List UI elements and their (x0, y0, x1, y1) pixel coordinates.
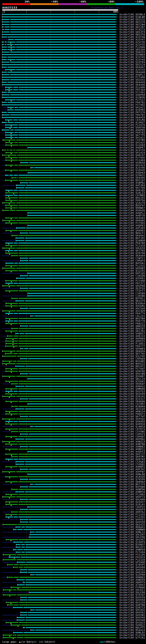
hit-label[interactable]: UniRef100_Q9ZP08 (120, 285, 145, 287)
alignment-bar[interactable] (21, 600, 116, 600)
hit-label[interactable]: UniRef100_A9NPD6 (120, 488, 145, 491)
hit-row[interactable]: ▷UniRef100_Q6T705 (0, 352, 146, 355)
alignment-bar[interactable] (20, 479, 116, 480)
hit-label[interactable]: UniRef100_Q40788 (120, 604, 145, 606)
hit-label[interactable]: UniRef100_Q461R4 (120, 571, 145, 574)
hit-row[interactable]: ▷UniRef100_O81391 (0, 330, 146, 332)
alignment-bar[interactable] (6, 222, 116, 224)
alignment-bar[interactable] (13, 632, 116, 633)
hit-row[interactable]: ▷UniRef100_A9PJH7 (0, 468, 146, 470)
hit-row[interactable]: ▷UniRef100_A9NLD5 (0, 632, 146, 634)
hit-row[interactable]: ▷UniRef100_Q15317 (0, 398, 146, 400)
hit-label[interactable]: UniRef100_P04782 (120, 101, 145, 104)
hit-label[interactable]: UniRef100_C6T8R7 (120, 403, 145, 405)
alignment-bar[interactable] (12, 298, 116, 299)
hit-label[interactable]: UniRef100_A2SY48 (120, 36, 145, 38)
alignment-bar[interactable] (28, 147, 116, 148)
alignment-bar[interactable] (16, 438, 116, 440)
hit-label[interactable]: UniRef100_P15195 (120, 554, 145, 556)
hit-row[interactable]: ▷UniRef100_Q9SHR7 (0, 375, 146, 378)
hit-row[interactable]: ▷UniRef100_O64446 (0, 84, 146, 86)
hit-label[interactable]: UniRef100_O64444 (120, 254, 145, 257)
alignment-bar[interactable] (6, 230, 116, 231)
hit-row[interactable]: ▷UniRef100_Q8S3U0 (0, 48, 146, 51)
hit-label[interactable]: UniRef100_A8HPF9 (120, 581, 145, 584)
hit-label[interactable]: UniRef100_P04779 (120, 312, 145, 315)
hit-label[interactable]: UniRef100_A4F3R4 (120, 184, 145, 187)
alignment-bar[interactable] (2, 42, 116, 42)
hit-label[interactable]: UniRef100_A9SGM1 (120, 305, 145, 307)
hit-label[interactable]: UniRef100_P22686 (120, 46, 145, 48)
hit-label[interactable]: UniRef100_B9IAR5 (120, 360, 145, 362)
hit-row[interactable]: ▷UniRef100_B6SZT9 (0, 300, 146, 302)
hit-row[interactable]: ▷UniRef100_Q9S7J7 (0, 453, 146, 456)
hit-label[interactable]: UniRef100_A8J270 (120, 21, 145, 23)
hit-label[interactable]: UniRef100_A2SY44 (120, 58, 145, 61)
hit-row[interactable]: ▷UniRef100_P27492 (0, 104, 146, 106)
hit-row[interactable]: ▷UniRef100_P12329 (0, 244, 146, 247)
hit-row[interactable]: ▷UniRef100_A4QPJ6 (0, 214, 146, 217)
hit-row[interactable]: ▷UniRef100_B9IAR5 (0, 360, 146, 362)
hit-label[interactable]: UniRef100_Q41424 (120, 152, 145, 154)
hit-row[interactable]: ▷UniRef100_C6TNE6 (0, 194, 146, 197)
alignment-bar[interactable] (6, 290, 116, 291)
hit-label[interactable]: UniRef100_P27490 (120, 280, 145, 282)
hit-row[interactable]: ▷UniRef100_Q9XF73 (0, 496, 146, 498)
alignment-bar[interactable] (2, 84, 116, 85)
alignment-bar[interactable] (6, 602, 116, 603)
hit-label[interactable]: UniRef100_UPI000.. (120, 561, 146, 564)
alignment-bar[interactable] (6, 436, 116, 437)
hit-label[interactable]: UniRef100_Q4VV60 (120, 566, 145, 568)
hit-label[interactable]: UniRef100_A4QPK8 (120, 94, 145, 96)
hit-label[interactable]: UniRef100_Q3SA42 (120, 380, 145, 383)
hit-row[interactable]: ▷UniRef100_A4F3R4 (0, 184, 146, 187)
alignment-bar[interactable] (21, 612, 116, 613)
hit-row[interactable]: ▷UniRef100_Q8S3T9 (0, 31, 146, 33)
alignment-bar[interactable] (13, 567, 116, 568)
alignment-bar[interactable] (6, 124, 116, 126)
hit-row[interactable]: ▷UniRef100_Q5ZF93 (0, 287, 146, 290)
alignment-bar[interactable] (6, 100, 116, 100)
hit-row[interactable]: ▷UniRef100_A9CSG0 (0, 307, 146, 310)
hit-label[interactable]: UniRef100_Q9AXF6 (120, 51, 145, 54)
alignment-bar[interactable] (3, 637, 116, 638)
alignment-bar[interactable] (16, 408, 116, 410)
hit-label[interactable]: UniRef100_A9RAS2 (120, 385, 145, 388)
hit-row[interactable]: ▷UniRef100_O64447 (0, 66, 146, 68)
hit-label[interactable]: UniRef100_A9NLD5 (120, 632, 145, 634)
alignment-bar[interactable] (16, 544, 116, 545)
alignment-bar[interactable] (3, 248, 116, 248)
hit-row[interactable]: ▷UniRef100_A4QPK3 (0, 224, 146, 227)
hit-row[interactable]: ▷UniRef100_Q39768 (0, 252, 146, 254)
hit-label[interactable]: UniRef100_C5X7M3 (120, 139, 145, 142)
hit-label[interactable]: UniRef100_Q4VV52 (120, 568, 145, 571)
alignment-bar[interactable] (16, 187, 116, 188)
alignment-bar[interactable] (3, 220, 116, 221)
hit-row[interactable]: ▷UniRef100_Q10HD0 (0, 240, 146, 242)
hit-label[interactable]: UniRef100_Q9ZSJ5 (120, 18, 145, 21)
hit-row[interactable]: ▷UniRef100_P04781 (0, 114, 146, 116)
alignment-bar[interactable] (3, 376, 116, 377)
hit-label[interactable]: UniRef100_P27491 (120, 91, 145, 94)
hit-row[interactable]: ▷UniRef100_P12333 (0, 513, 146, 516)
hit-row[interactable]: ▷UniRef100_O22669 (0, 144, 146, 146)
alignment-bar[interactable] (6, 306, 116, 306)
alignment-bar[interactable] (2, 64, 116, 65)
hit-label[interactable]: UniRef100_Q41422 (120, 136, 145, 139)
hit-label[interactable]: UniRef100_Q2XTE0 (120, 61, 145, 64)
alignment-bar[interactable] (6, 127, 116, 128)
alignment-bar[interactable] (6, 205, 116, 206)
hit-label[interactable]: UniRef100_B8LPT5 (120, 626, 145, 629)
hit-label[interactable]: UniRef100_C5YVW5 (120, 430, 145, 433)
alignment-bar[interactable] (20, 522, 116, 522)
hit-row[interactable]: ▷UniRef100_P15195 (0, 554, 146, 556)
hit-row[interactable]: ▷UniRef100_Q84TM7 (0, 456, 146, 458)
hit-row[interactable]: ▷UniRef100_A4QPK7 (0, 146, 146, 149)
alignment-bar[interactable] (28, 296, 116, 296)
hit-label[interactable]: UniRef100_Q10HC8 (120, 425, 145, 428)
hit-label[interactable]: UniRef100_O04686 (120, 400, 145, 403)
alignment-bar[interactable] (31, 167, 116, 168)
alignment-bar[interactable] (28, 474, 116, 475)
hit-label[interactable]: UniRef100_Q1KLZ3 (120, 192, 145, 194)
alignment-bar[interactable] (6, 502, 116, 502)
